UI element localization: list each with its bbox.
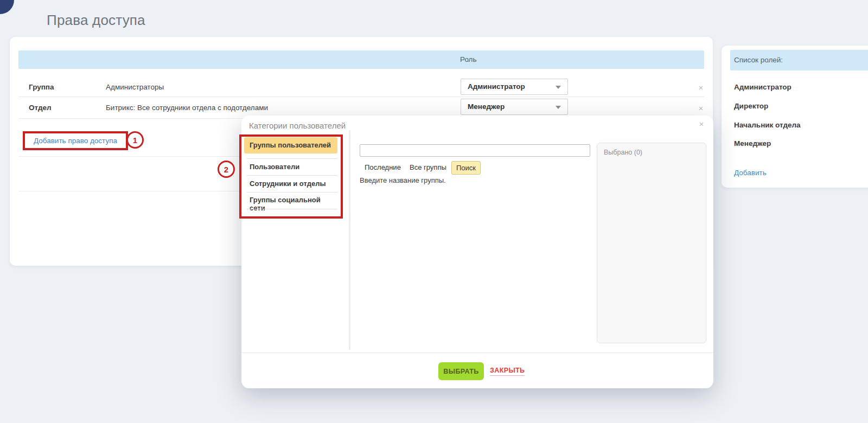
chevron-down-icon (556, 106, 561, 109)
table-header-band (18, 50, 704, 69)
category-divider (247, 209, 337, 209)
category-divider (247, 175, 337, 176)
row-label-group: Группа (29, 83, 54, 91)
roles-list-panel: Список ролей: Администратор Директор Нач… (722, 46, 868, 188)
annotation-step-2: 2 (218, 161, 235, 178)
role-column-header: Роль (460, 50, 477, 69)
annotation-step-1: 1 (126, 131, 144, 149)
close-button[interactable]: ЗАКРЫТЬ (490, 367, 525, 376)
role-item-director[interactable]: Директор (734, 102, 768, 110)
modal-column-separator (349, 130, 350, 350)
annotation-box-add-access: Добавить право доступа (23, 131, 128, 150)
search-hint-text: Введите название группы. (360, 176, 446, 184)
page-title: Права доступа (47, 12, 145, 29)
category-divider (247, 158, 337, 159)
modal-footer-divider (241, 352, 713, 353)
row-value-group: Администраторы (106, 83, 164, 91)
role-item-head[interactable]: Начальник отдела (734, 121, 801, 129)
category-divider (247, 192, 337, 193)
chevron-down-icon (556, 86, 561, 89)
role-select-group-value: Администратор (468, 82, 525, 91)
modal-close-icon[interactable]: × (697, 120, 706, 129)
row-divider (18, 97, 704, 97)
row-label-department: Отдел (29, 104, 52, 112)
remove-row-icon[interactable]: × (697, 104, 705, 113)
user-categories-modal: Категории пользователей × Группы пользов… (241, 116, 713, 388)
category-item-users[interactable]: Пользователи (250, 163, 337, 171)
tab-search[interactable]: Поиск (451, 161, 481, 175)
category-item-social-groups[interactable]: Группы социальной сети (250, 196, 337, 212)
role-select-department[interactable]: Менеджер (461, 99, 568, 115)
add-role-link[interactable]: Добавить (734, 169, 767, 177)
category-item-user-groups[interactable]: Группы пользователей (244, 137, 337, 153)
select-button[interactable]: ВЫБРАТЬ (438, 362, 484, 380)
role-item-manager[interactable]: Менеджер (734, 139, 771, 148)
roles-list-title: Список ролей: (734, 50, 783, 70)
tab-all-groups[interactable]: Все группы (410, 163, 446, 171)
tab-recent[interactable]: Последние (365, 163, 401, 171)
selected-count-label: Выбрано (0) (604, 149, 642, 156)
selected-items-panel: Выбрано (0) (597, 143, 706, 343)
group-search-input[interactable] (360, 144, 590, 157)
add-access-right-link[interactable]: Добавить право доступа (34, 137, 117, 145)
access-rights-page: Права доступа Роль Группа Администраторы… (0, 0, 868, 423)
corner-decoration (0, 0, 14, 14)
remove-row-icon[interactable]: × (697, 84, 705, 92)
row-value-department: Битрикс: Все сотрудники отдела с подотде… (106, 104, 268, 112)
role-item-admin[interactable]: Администратор (734, 83, 792, 91)
category-item-employees[interactable]: Сотрудники и отделы (250, 180, 337, 188)
role-select-department-value: Менеджер (468, 102, 505, 111)
role-select-group[interactable]: Администратор (461, 79, 568, 95)
modal-title: Категории пользователей (249, 121, 346, 130)
